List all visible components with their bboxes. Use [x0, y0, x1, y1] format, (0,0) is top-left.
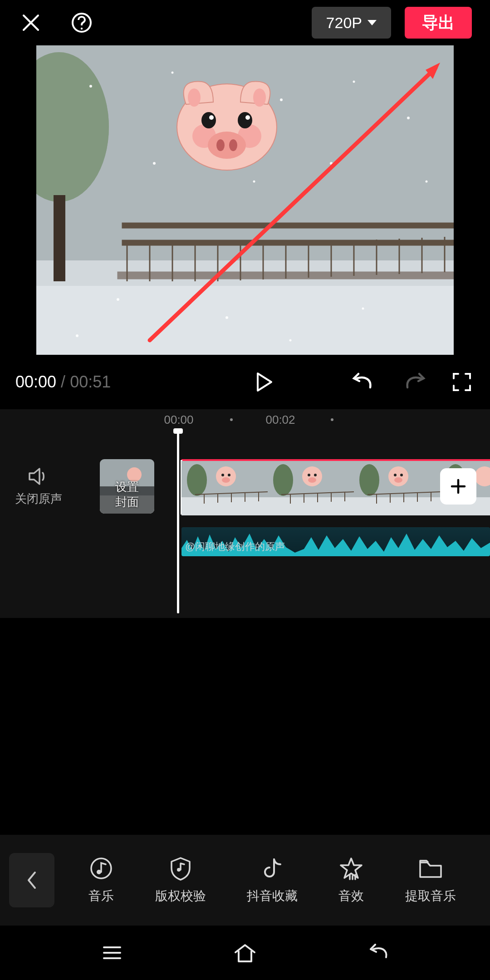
svg-point-91 — [359, 464, 379, 496]
douyin-icon — [260, 856, 285, 881]
tool-copyright[interactable]: 版权校验 — [155, 856, 206, 905]
svg-point-65 — [187, 464, 207, 496]
svg-rect-7 — [122, 240, 454, 245]
mute-label: 关闭原声 — [15, 491, 62, 507]
svg-point-92 — [388, 466, 408, 486]
svg-point-54 — [208, 132, 246, 159]
svg-point-93 — [394, 474, 397, 476]
svg-point-67 — [221, 474, 224, 476]
shield-icon — [168, 856, 193, 881]
export-button[interactable]: 导出 — [405, 7, 472, 39]
svg-rect-27 — [54, 195, 65, 281]
audio-track-label: @闲聊地缘创作的原声 — [185, 540, 285, 554]
resolution-label: 720P — [326, 14, 362, 32]
svg-rect-64 — [181, 497, 268, 515]
video-preview[interactable] — [36, 45, 454, 355]
back-button[interactable] — [9, 853, 54, 907]
close-icon[interactable] — [18, 10, 44, 35]
nav-home-icon[interactable] — [232, 940, 258, 965]
nav-back-icon[interactable] — [365, 940, 391, 965]
redo-button[interactable] — [403, 369, 428, 395]
svg-point-81 — [314, 474, 317, 476]
bottom-toolbar: 音乐 版权校验 抖音收藏 — [0, 835, 490, 926]
time-display: 00:00 / 00:51 — [15, 372, 111, 392]
svg-point-55 — [216, 139, 225, 151]
svg-point-38 — [225, 316, 228, 319]
add-clip-button[interactable] — [440, 468, 476, 505]
tool-extract-music[interactable]: 提取音乐 — [405, 856, 456, 905]
pig-sticker — [177, 82, 277, 170]
total-duration: 00:51 — [70, 372, 111, 391]
play-button[interactable] — [251, 369, 277, 395]
nav-recent-icon[interactable] — [99, 940, 125, 965]
fullscreen-button[interactable] — [449, 369, 475, 395]
svg-marker-57 — [258, 373, 271, 391]
svg-rect-77 — [268, 497, 354, 515]
svg-point-94 — [400, 474, 403, 476]
svg-point-39 — [362, 308, 364, 310]
svg-point-37 — [117, 298, 119, 301]
music-note-icon — [88, 856, 114, 881]
svg-point-66 — [216, 466, 236, 486]
help-icon[interactable] — [69, 10, 94, 35]
svg-point-47 — [253, 88, 266, 107]
svg-point-41 — [289, 339, 292, 342]
svg-point-34 — [253, 181, 255, 183]
svg-point-69 — [222, 477, 230, 483]
svg-point-31 — [353, 81, 355, 83]
svg-marker-58 — [29, 469, 39, 484]
resolution-selector[interactable]: 720P — [312, 7, 391, 39]
svg-marker-111 — [341, 858, 362, 878]
svg-point-40 — [76, 334, 78, 337]
svg-point-78 — [273, 464, 293, 496]
set-cover-button[interactable]: 设置 封面 — [100, 459, 154, 514]
export-label: 导出 — [422, 12, 455, 34]
svg-point-80 — [308, 474, 310, 476]
tool-music[interactable]: 音乐 — [88, 856, 114, 905]
svg-point-36 — [426, 181, 428, 183]
svg-point-56 — [229, 139, 237, 151]
undo-button[interactable] — [349, 369, 375, 395]
svg-point-52 — [238, 112, 252, 128]
svg-point-29 — [172, 72, 174, 74]
svg-point-82 — [308, 477, 316, 483]
svg-point-33 — [153, 162, 156, 165]
mute-original-audio[interactable]: 关闭原声 — [0, 466, 77, 507]
audio-track[interactable]: @闲聊地缘创作的原声 — [181, 527, 490, 556]
tool-douyin-favorites[interactable]: 抖音收藏 — [247, 856, 298, 905]
playhead[interactable] — [177, 432, 179, 613]
preview-frame — [36, 45, 454, 355]
chevron-down-icon — [368, 20, 377, 25]
svg-point-46 — [188, 88, 201, 107]
svg-point-51 — [209, 115, 214, 120]
svg-point-53 — [245, 115, 250, 120]
svg-rect-24 — [122, 223, 454, 228]
svg-point-3 — [81, 28, 83, 29]
svg-point-32 — [407, 117, 410, 119]
current-time: 00:00 — [15, 372, 56, 391]
timeline[interactable]: 00:00 00:02 关闭原声 设置 封面 — [0, 409, 490, 618]
timeline-ruler: 00:00 00:02 — [0, 409, 490, 429]
svg-point-28 — [89, 85, 92, 88]
svg-point-68 — [228, 474, 230, 476]
system-navbar — [0, 926, 490, 980]
svg-point-30 — [280, 98, 283, 101]
svg-point-95 — [394, 477, 402, 483]
star-icon — [338, 856, 364, 881]
svg-rect-90 — [354, 497, 440, 515]
svg-point-50 — [201, 112, 216, 128]
folder-icon — [418, 856, 443, 881]
tool-sound-effects[interactable]: 音效 — [338, 856, 364, 905]
svg-point-79 — [302, 466, 322, 486]
